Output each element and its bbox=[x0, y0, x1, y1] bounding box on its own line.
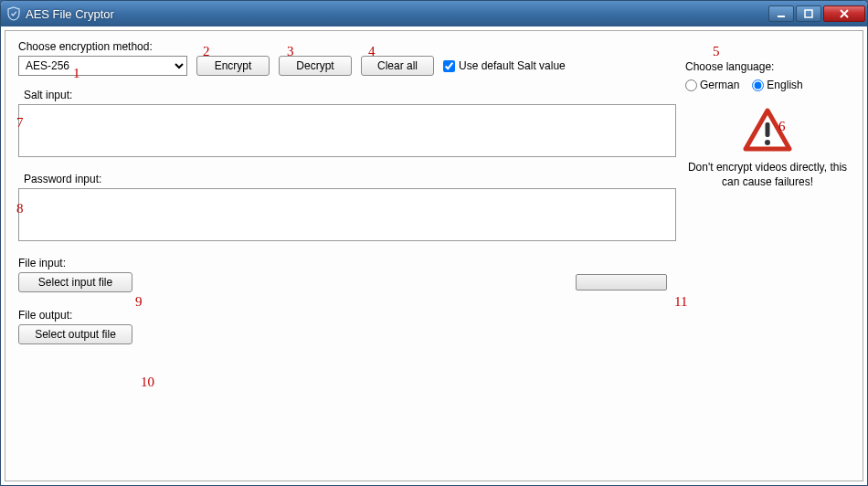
method-label: Choose encryption method: bbox=[18, 40, 187, 53]
titlebar[interactable]: AES File Cryptor bbox=[1, 1, 867, 26]
svg-rect-1 bbox=[805, 10, 812, 17]
language-label: Choose language: bbox=[685, 60, 850, 73]
default-salt-label: Use default Salt value bbox=[459, 59, 566, 72]
file-output-label: File output: bbox=[18, 309, 676, 322]
file-output-row: Select output file bbox=[18, 324, 676, 344]
encryption-method-select[interactable]: AES-256 bbox=[18, 56, 187, 76]
close-button[interactable] bbox=[823, 5, 865, 22]
salt-label: Salt input: bbox=[24, 89, 676, 101]
language-options: German English bbox=[685, 79, 850, 91]
password-input[interactable] bbox=[18, 188, 676, 241]
progress-bar bbox=[576, 274, 667, 291]
password-label: Password input: bbox=[24, 173, 676, 185]
maximize-button[interactable] bbox=[796, 5, 821, 22]
language-german[interactable]: German bbox=[685, 79, 739, 91]
shield-icon bbox=[6, 6, 21, 21]
minimize-button[interactable] bbox=[768, 5, 794, 22]
decrypt-button[interactable]: Decrypt bbox=[279, 56, 352, 76]
file-input-label: File input: bbox=[18, 257, 676, 269]
method-group: Choose encryption method: AES-256 bbox=[18, 40, 187, 76]
top-controls-row: Choose encryption method: AES-256 Encryp… bbox=[18, 40, 676, 76]
select-output-file-button[interactable]: Select output file bbox=[18, 324, 132, 344]
radio-english[interactable] bbox=[752, 79, 764, 91]
warning-icon bbox=[685, 108, 850, 153]
warning-text: Don't encrypt videos directly, this can … bbox=[685, 161, 850, 189]
select-input-file-button[interactable]: Select input file bbox=[18, 272, 132, 292]
side-column: Choose language: German English Don't bbox=[685, 40, 850, 471]
clear-all-button[interactable]: Clear all bbox=[361, 56, 434, 76]
default-salt-checkbox-wrap[interactable]: Use default Salt value bbox=[443, 56, 566, 76]
language-english[interactable]: English bbox=[752, 79, 802, 91]
svg-rect-0 bbox=[778, 16, 785, 17]
default-salt-checkbox[interactable] bbox=[443, 60, 455, 72]
app-window: AES File Cryptor Choose encryption metho… bbox=[0, 0, 868, 486]
svg-rect-2 bbox=[766, 122, 770, 137]
svg-point-3 bbox=[765, 140, 770, 145]
salt-input[interactable] bbox=[18, 104, 676, 157]
main-column: Choose encryption method: AES-256 Encryp… bbox=[18, 40, 685, 471]
radio-german[interactable] bbox=[685, 79, 697, 91]
encrypt-button[interactable]: Encrypt bbox=[196, 56, 270, 76]
window-controls bbox=[768, 5, 865, 22]
file-input-row: Select input file bbox=[18, 272, 676, 292]
client-area: Choose encryption method: AES-256 Encryp… bbox=[5, 30, 863, 481]
window-title: AES File Cryptor bbox=[26, 7, 768, 21]
